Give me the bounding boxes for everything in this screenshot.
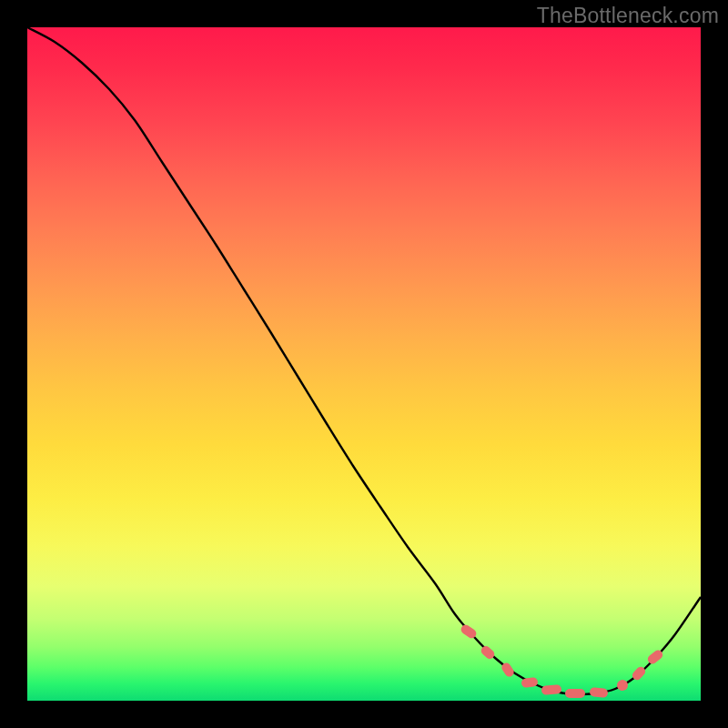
chart-frame: TheBottleneck.com [0,0,728,728]
marker-dash [590,687,609,698]
bottleneck-curve [27,27,701,701]
curve-path [27,27,701,694]
marker-dash [565,689,585,698]
watermark-text: TheBottleneck.com [537,4,719,28]
marker-dash [541,684,562,695]
gradient-plot-area [27,27,701,701]
